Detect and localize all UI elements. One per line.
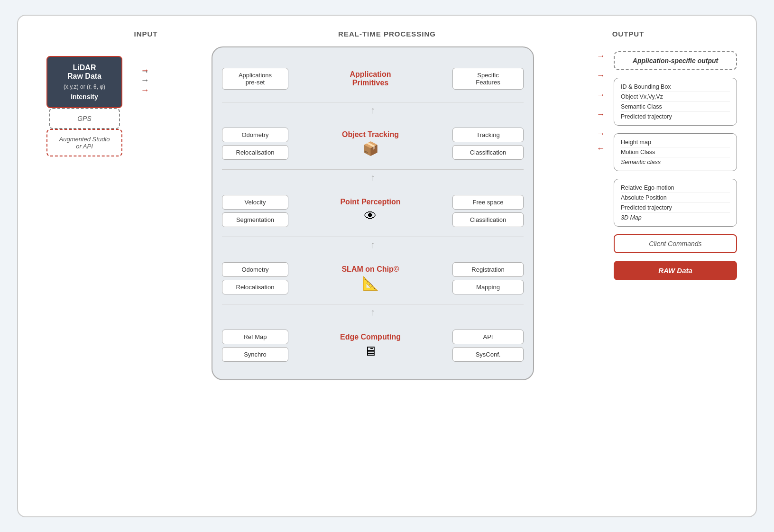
tracking-box: Tracking	[452, 128, 524, 142]
point-perception-output: Height map Motion Class Semantic class	[614, 133, 737, 171]
out-arrow-4: →	[597, 110, 605, 119]
output-motion-class: Motion Class	[621, 147, 730, 157]
odometry-box-1: Odometry	[222, 128, 288, 142]
out-arrow-1: →	[597, 51, 605, 61]
output-object-vxvyvz: Object Vx,Vy,Vz	[621, 92, 730, 102]
augmented-label: Augmented Studioor API	[59, 136, 110, 150]
app-primitives-row: Applicationspre-set ApplicationPrimitive…	[222, 55, 524, 102]
specific-features-box: SpecificFeatures	[452, 68, 524, 90]
input-column: LiDARRaw Data (x,y,z) or (r, θ, φ) Inten…	[37, 46, 132, 156]
point-left: Velocity Segmentation	[222, 195, 288, 227]
object-tracking-output: ID & Bounding Box Object Vx,Vy,Vz Semant…	[614, 78, 737, 126]
lidar-box: LiDARRaw Data (x,y,z) or (r, θ, φ) Inten…	[46, 56, 122, 108]
slam-center: SLAM on Chip© 📐	[293, 265, 448, 291]
edge-right: API SysConf.	[452, 330, 524, 362]
obj-left: Odometry Relocalisation	[222, 128, 288, 160]
output-height-map: Height map	[621, 138, 730, 147]
api-box: API	[452, 330, 524, 344]
aug-arrow-2: →	[141, 67, 149, 77]
slam-icon: 📐	[362, 275, 379, 291]
point-title: Point Perception	[340, 198, 400, 206]
main-container: INPUT REAL-TIME PROCESSING OUTPUT LiDARR…	[17, 15, 757, 517]
out-arrow-5: →	[597, 129, 605, 139]
output-predicted-traj-1: Predicted trajectory	[621, 112, 730, 121]
odometry-box-2: Odometry	[222, 262, 288, 277]
velocity-box: Velocity	[222, 195, 288, 210]
lidar-intensity: Intensity	[56, 93, 113, 101]
raw-data-output: RAW Data	[614, 261, 737, 280]
output-semantic-class-1: Semantic Class	[621, 102, 730, 112]
obj-center: Object Tracking 📦	[293, 130, 448, 156]
relocalisation-box-2: Relocalisation	[222, 280, 288, 294]
out-arrow-6: ←	[597, 144, 605, 154]
lidar-coords: (x,y,z) or (r, θ, φ)	[56, 83, 113, 90]
relocalisation-box-1: Relocalisation	[222, 145, 288, 160]
app-preset-box: Applicationspre-set	[222, 68, 288, 90]
gps-box: GPS	[49, 108, 120, 129]
output-column: Application-specific output ID & Boundin…	[614, 46, 737, 280]
output-abs-position: Absolute Position	[621, 193, 730, 203]
classification-box-1: Classification	[452, 145, 524, 160]
sysconff-box: SysConf.	[452, 347, 524, 362]
input-arrows: → → → →	[132, 46, 158, 77]
edge-center: Edge Computing 🖥	[293, 333, 448, 359]
section-headers: INPUT REAL-TIME PROCESSING OUTPUT	[37, 30, 737, 38]
app-specific-output: Application-specific output	[614, 51, 737, 70]
edge-left: Ref Map Synchro	[222, 330, 288, 362]
lidar-title: LiDARRaw Data	[56, 64, 113, 81]
app-specific-label: Application-specific output	[633, 57, 718, 64]
augmented-box: Augmented Studioor API	[46, 129, 122, 156]
edge-row: Ref Map Synchro Edge Computing 🖥 API Sys…	[222, 320, 524, 372]
slam-output: Relative Ego-motion Absolute Position Pr…	[614, 179, 737, 227]
output-predicted-traj-2: Predicted trajectory	[621, 203, 730, 213]
client-commands-label: Client Commands	[649, 240, 701, 248]
up-arrow-1: ↑	[222, 105, 524, 115]
object-tracking-row: Odometry Relocalisation Object Tracking …	[222, 118, 524, 170]
up-arrow-3: ↑	[222, 240, 524, 249]
out-arrow-2: →	[597, 71, 605, 81]
out-arrow-3: →	[597, 90, 605, 100]
gps-label: GPS	[77, 115, 92, 122]
input-header: INPUT	[65, 30, 226, 38]
point-icon: 👁	[364, 208, 377, 224]
slam-title: SLAM on Chip©	[341, 265, 399, 274]
processing-header: REAL-TIME PROCESSING	[226, 30, 548, 38]
app-center: ApplicationPrimitives	[293, 70, 448, 87]
point-center: Point Perception 👁	[293, 198, 448, 224]
output-ego-motion: Relative Ego-motion	[621, 183, 730, 193]
obj-title: Object Tracking	[342, 130, 399, 139]
segmentation-box: Segmentation	[222, 212, 288, 227]
edge-icon: 🖥	[364, 343, 377, 359]
edge-title: Edge Computing	[340, 333, 401, 341]
processing-panel: Applicationspre-set ApplicationPrimitive…	[212, 46, 534, 380]
obj-right: Tracking Classification	[452, 128, 524, 160]
output-3d-map: 3D Map	[621, 213, 730, 222]
diagram-layout: LiDARRaw Data (x,y,z) or (r, θ, φ) Inten…	[37, 46, 737, 492]
slam-right: Registration Mapping	[452, 262, 524, 294]
mapping-box: Mapping	[452, 280, 524, 294]
app-left: Applicationspre-set	[222, 68, 288, 90]
processing-column: Applicationspre-set ApplicationPrimitive…	[158, 46, 588, 380]
freespace-box: Free space	[452, 195, 524, 210]
up-arrow-2: ↑	[222, 173, 524, 182]
output-header: OUTPUT	[548, 30, 709, 38]
obj-icon: 📦	[362, 141, 379, 156]
output-arrows: → → → → → ←	[588, 46, 614, 154]
client-commands-output: Client Commands	[614, 234, 737, 253]
output-id-bounding: ID & Bounding Box	[621, 82, 730, 92]
app-right: SpecificFeatures	[452, 68, 524, 90]
up-arrow-4: ↑	[222, 307, 524, 317]
point-perception-row: Velocity Segmentation Point Perception 👁…	[222, 185, 524, 237]
app-title: ApplicationPrimitives	[350, 70, 391, 87]
aug-arrow-1: →	[141, 85, 149, 95]
registration-box: Registration	[452, 262, 524, 277]
classification-box-2: Classification	[452, 212, 524, 227]
refmap-box: Ref Map	[222, 330, 288, 344]
raw-data-label: RAW Data	[658, 266, 692, 275]
point-right: Free space Classification	[452, 195, 524, 227]
synchro-box: Synchro	[222, 347, 288, 362]
slam-row: Odometry Relocalisation SLAM on Chip© 📐 …	[222, 252, 524, 304]
gps-arrow: →	[141, 75, 149, 85]
output-semantic-class-2: Semantic class	[621, 157, 730, 167]
slam-left: Odometry Relocalisation	[222, 262, 288, 294]
